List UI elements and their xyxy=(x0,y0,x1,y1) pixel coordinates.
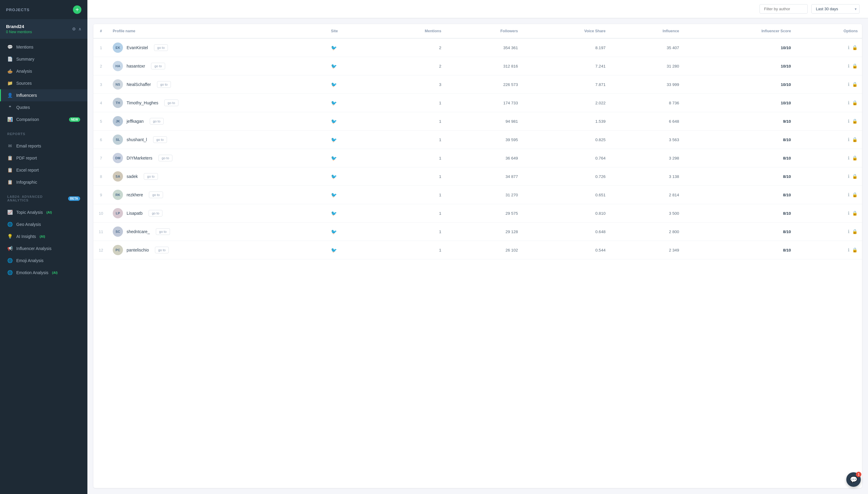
go-to-button[interactable]: go to xyxy=(151,63,165,69)
sidebar-item-pdf-report[interactable]: 📋 PDF report xyxy=(0,152,87,164)
avatar: HA xyxy=(113,61,123,71)
cell-voice-share: 0.651 xyxy=(522,186,610,204)
sidebar-item-emotion-analysis[interactable]: 🌐 Emotion Analysis (AI) xyxy=(0,267,87,279)
sidebar-item-topic-analysis[interactable]: 📈 Topic Analysis (AI) xyxy=(0,206,87,218)
add-project-button[interactable]: + xyxy=(73,5,81,14)
lock-icon[interactable]: 🔒 xyxy=(852,100,858,106)
lock-icon[interactable]: 🔒 xyxy=(852,118,858,124)
twitter-icon: 🐦 xyxy=(331,119,337,124)
go-to-button[interactable]: go to xyxy=(149,191,163,198)
profile-name: DIYMarketers xyxy=(126,156,153,160)
sidebar-item-summary[interactable]: 📄 Summary xyxy=(0,53,87,65)
cell-options: ℹ 🔒 xyxy=(795,112,862,131)
go-to-button[interactable]: go to xyxy=(155,247,169,253)
lock-icon[interactable]: 🔒 xyxy=(852,192,858,197)
sidebar-item-influencers[interactable]: 👤 Influencers xyxy=(0,89,87,101)
lock-icon[interactable]: 🔒 xyxy=(852,174,858,179)
cell-profile: SL shushant_l go to xyxy=(108,131,327,149)
table-row: 4 TH Timothy_Hughes go to 🐦 1 174 733 2.… xyxy=(94,94,862,112)
twitter-icon: 🐦 xyxy=(331,192,337,197)
settings-icon[interactable]: ⚙ xyxy=(72,26,76,31)
go-to-button[interactable]: go to xyxy=(157,81,171,88)
info-icon[interactable]: ℹ xyxy=(848,118,850,124)
avatar: SL xyxy=(113,134,123,145)
avatar-initials: DM xyxy=(115,156,120,160)
profile-name: sadek xyxy=(126,174,138,179)
sidebar-item-geo-analysis[interactable]: 🌐 Geo Analysis xyxy=(0,218,87,230)
cell-mentions: 1 xyxy=(372,167,446,186)
go-to-button[interactable]: go to xyxy=(154,44,168,51)
pdf-report-label: PDF report xyxy=(16,156,37,160)
twitter-icon: 🐦 xyxy=(331,156,337,161)
sidebar-item-sources[interactable]: 📁 Sources xyxy=(0,77,87,89)
sources-label: Sources xyxy=(16,81,32,86)
info-icon[interactable]: ℹ xyxy=(848,100,850,106)
date-range-select[interactable]: Last 30 days Last 7 days Last 90 days Cu… xyxy=(811,4,860,14)
cell-mentions: 1 xyxy=(372,204,446,223)
cell-voice-share: 7.871 xyxy=(522,75,610,94)
cell-influence: 35 407 xyxy=(610,38,683,57)
info-icon[interactable]: ℹ xyxy=(848,229,850,234)
sidebar-item-email-reports[interactable]: ✉ Email reports xyxy=(0,140,87,152)
info-icon[interactable]: ℹ xyxy=(848,155,850,161)
lock-icon[interactable]: 🔒 xyxy=(852,229,858,234)
cell-rank: 10 xyxy=(94,204,108,223)
sidebar-item-mentions[interactable]: 💬 Mentions xyxy=(0,41,87,53)
go-to-button[interactable]: go to xyxy=(159,155,172,162)
lock-icon[interactable]: 🔒 xyxy=(852,155,858,161)
cell-followers: 39 595 xyxy=(446,131,522,149)
sidebar-item-infographic[interactable]: 📋 Infographic xyxy=(0,176,87,188)
avatar: LP xyxy=(113,208,123,218)
info-icon[interactable]: ℹ xyxy=(848,210,850,216)
chat-bubble[interactable]: 💬 1 xyxy=(846,472,861,487)
chat-badge: 1 xyxy=(856,472,861,477)
influencers-label: Influencers xyxy=(16,93,37,98)
info-icon[interactable]: ℹ xyxy=(848,137,850,142)
go-to-button[interactable]: go to xyxy=(156,228,170,235)
brand-actions: ⚙ ∧ xyxy=(72,26,81,31)
collapse-icon[interactable]: ∧ xyxy=(78,26,81,31)
cell-influence: 8 736 xyxy=(610,94,683,112)
sidebar-item-excel-report[interactable]: 📋 Excel report xyxy=(0,164,87,176)
quotes-label: Quotes xyxy=(16,105,30,110)
sidebar-item-emoji-analysis[interactable]: 🌐 Emoji Analysis xyxy=(0,254,87,267)
go-to-button[interactable]: go to xyxy=(144,173,158,180)
filter-author-input[interactable] xyxy=(760,4,808,14)
go-to-button[interactable]: go to xyxy=(153,136,167,143)
cell-site: 🐦 xyxy=(327,38,372,57)
avatar-initials: RK xyxy=(115,193,120,197)
sidebar-item-influencer-analysis[interactable]: 📢 Influencer Analysis xyxy=(0,243,87,254)
lock-icon[interactable]: 🔒 xyxy=(852,63,858,69)
cell-site: 🐦 xyxy=(327,167,372,186)
emotion-analysis-label: Emotion Analysis xyxy=(16,270,48,275)
pdf-icon: 📋 xyxy=(7,155,13,161)
sidebar-item-comparison[interactable]: 📊 Comparison NEW xyxy=(0,113,87,126)
lock-icon[interactable]: 🔒 xyxy=(852,82,858,87)
cell-followers: 26 102 xyxy=(446,241,522,259)
lock-icon[interactable]: 🔒 xyxy=(852,137,858,142)
profile-name: hasantoxr xyxy=(126,64,145,69)
avatar-initials: PC xyxy=(115,248,120,252)
table-body: 1 EK EvanKirstel go to 🐦 2 354 361 8.197… xyxy=(94,38,862,259)
avatar-initials: EK xyxy=(115,46,120,50)
info-icon[interactable]: ℹ xyxy=(848,192,850,197)
emoji-analysis-label: Emoji Analysis xyxy=(16,258,43,263)
info-icon[interactable]: ℹ xyxy=(848,45,850,50)
go-to-button[interactable]: go to xyxy=(150,118,164,125)
cell-options: ℹ 🔒 xyxy=(795,186,862,204)
sidebar-item-ai-insights[interactable]: 💡 AI Insights (AI) xyxy=(0,230,87,243)
go-to-button[interactable]: go to xyxy=(164,99,178,106)
summary-label: Summary xyxy=(16,57,34,61)
sidebar-item-quotes[interactable]: ❝ Quotes xyxy=(0,101,87,113)
go-to-button[interactable]: go to xyxy=(149,210,162,216)
info-icon[interactable]: ℹ xyxy=(848,247,850,253)
sidebar-item-analysis[interactable]: 🥧 Analysis xyxy=(0,65,87,77)
cell-options: ℹ 🔒 xyxy=(795,57,862,75)
lock-icon[interactable]: 🔒 xyxy=(852,247,858,253)
twitter-icon: 🐦 xyxy=(331,211,337,216)
info-icon[interactable]: ℹ xyxy=(848,82,850,87)
info-icon[interactable]: ℹ xyxy=(848,174,850,179)
info-icon[interactable]: ℹ xyxy=(848,63,850,69)
lock-icon[interactable]: 🔒 xyxy=(852,45,858,50)
lock-icon[interactable]: 🔒 xyxy=(852,210,858,216)
